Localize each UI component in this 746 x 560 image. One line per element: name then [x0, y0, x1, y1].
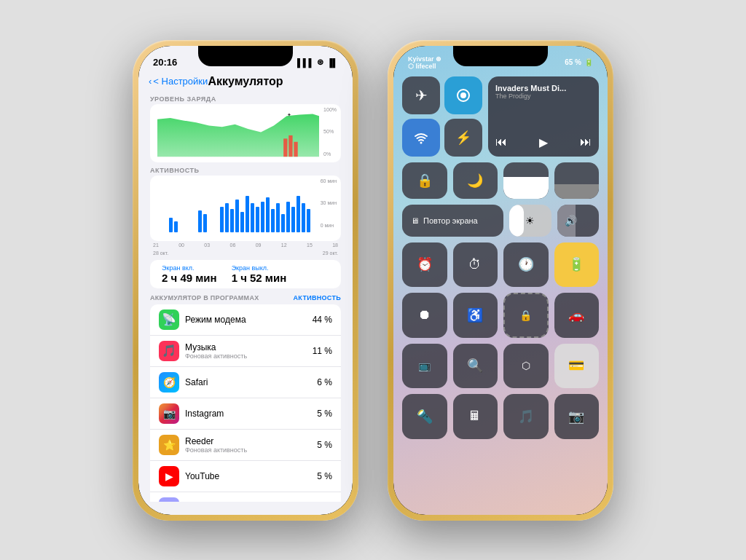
- activity-section-label: АКТИВНОСТЬ: [138, 162, 353, 176]
- camera-button[interactable]: 📷: [554, 394, 600, 439]
- svg-rect-18: [266, 197, 270, 232]
- cc-grid-row-2: ⏺ ♿ 🔒 🚗: [402, 293, 599, 338]
- battery-section-label: УРОВЕНЬ ЗАРЯДА: [138, 91, 353, 104]
- music-controls: ⏮ ▶ ⏭: [495, 135, 592, 149]
- soundwave-button[interactable]: 🎵: [503, 394, 549, 439]
- page-title: Аккумулятор: [208, 75, 283, 88]
- time-axis-labels: 21 00 03 06 09 12 15 18: [150, 241, 341, 249]
- svg-rect-21: [281, 214, 285, 232]
- cellular-icon: [455, 87, 471, 103]
- flashlight-button[interactable]: 🔦: [402, 394, 447, 439]
- screen-off-label: Экран выкл.: [232, 264, 287, 272]
- clock-button[interactable]: 🕐: [503, 242, 549, 288]
- svg-rect-22: [286, 202, 290, 232]
- control-center-screen: Kyivstar ⊛ ⬡ lifecell 65 % 🔋 ✈: [393, 46, 608, 515]
- app-info-modem: Режим модема: [185, 315, 305, 325]
- cc-grid-row-3: 📺 🔍 ⬡ 💳: [402, 344, 599, 389]
- music-artist: The Prodigy: [495, 92, 592, 100]
- list-item[interactable]: 📷 Instagram 5 %: [150, 398, 341, 430]
- qr-button[interactable]: ⬡: [503, 344, 549, 389]
- mirror-icon: 🖥: [411, 216, 419, 225]
- app-list-header: АККУМУЛЯТОР В ПРОГРАММАХ АКТИВНОСТЬ: [138, 288, 353, 304]
- calculator-button[interactable]: 🖩: [453, 394, 498, 439]
- svg-rect-12: [235, 200, 239, 232]
- app-icon-instagram: 📷: [159, 403, 179, 424]
- svg-rect-25: [302, 203, 305, 232]
- svg-rect-5: [169, 218, 173, 232]
- app-pct: 44 %: [310, 315, 332, 325]
- music-widget: Invaders Must Di... The Prodigy ⏮ ▶ ⏭: [488, 76, 599, 157]
- app-name: Музыка: [185, 342, 305, 352]
- list-item[interactable]: 📡 Режим модема 44 %: [150, 304, 341, 336]
- slider-2[interactable]: [554, 162, 600, 199]
- battery-chart-container: 100% 50% 0%: [150, 104, 341, 162]
- svg-point-28: [460, 92, 466, 98]
- apple-tv-button[interactable]: 📺: [402, 344, 447, 389]
- screen-mirror-button[interactable]: 🖥 Повтор экрана: [402, 205, 503, 237]
- screen-on-value: 2 ч 49 мин: [162, 272, 217, 284]
- nav-bar: ‹ < Настройки Аккумулятор: [138, 72, 353, 91]
- guided-access-button[interactable]: 🔒: [503, 293, 549, 338]
- list-item[interactable]: 🏠 Блокировка и «Домой» 4 %: [150, 492, 341, 502]
- volume-slider[interactable]: 🔊: [557, 205, 600, 237]
- accessibility-button[interactable]: ♿: [453, 293, 498, 338]
- status-icons: ▌▌▌ ⊛ ▐▌: [297, 58, 338, 67]
- list-item[interactable]: 🧭 Safari 6 %: [150, 367, 341, 398]
- app-icon-youtube: ▶: [159, 466, 179, 486]
- app-info-music: Музыка Фоновая активность: [185, 342, 305, 360]
- airplane-mode-button[interactable]: ✈: [402, 76, 440, 114]
- app-sub: Фоновая активность: [185, 352, 305, 360]
- app-icon-modem: 📡: [159, 309, 179, 330]
- app-sub: Фоновая активность: [185, 446, 305, 454]
- app-list-header-right: АКТИВНОСТЬ: [294, 294, 341, 301]
- wifi-icon: [414, 130, 428, 145]
- carplay-button[interactable]: 🚗: [554, 293, 600, 338]
- back-label: < Настройки: [153, 76, 208, 87]
- app-pct: 6 %: [310, 377, 332, 387]
- record-button[interactable]: ⏺: [402, 293, 447, 338]
- screen-off-stat: Экран выкл. 1 ч 52 мин: [232, 264, 287, 284]
- rotation-lock-button[interactable]: 🔒: [402, 162, 447, 199]
- svg-rect-7: [198, 210, 202, 232]
- list-item[interactable]: 🎵 Музыка Фоновая активность 11 %: [150, 336, 341, 367]
- svg-rect-14: [246, 196, 249, 232]
- svg-rect-24: [297, 196, 300, 232]
- app-name: Режим модема: [185, 315, 305, 325]
- app-name: YouTube: [185, 471, 305, 481]
- app-pct: 5 %: [310, 440, 332, 450]
- date-axis-labels: 28 окт. 29 окт.: [150, 249, 341, 257]
- cellular-button[interactable]: [444, 76, 482, 114]
- alarm-button[interactable]: ⏰: [402, 242, 447, 288]
- battery-screen: 20:16 ▌▌▌ ⊛ ▐▌ ‹ < Настройки Аккумулятор…: [138, 46, 353, 515]
- magnifier-button[interactable]: 🔍: [453, 344, 498, 389]
- prev-button[interactable]: ⏮: [495, 135, 507, 149]
- next-button[interactable]: ⏭: [580, 135, 592, 149]
- svg-point-29: [420, 141, 423, 143]
- battery-saver-button[interactable]: 🔋: [554, 242, 600, 288]
- svg-rect-2: [288, 135, 292, 156]
- list-item[interactable]: ▶ YouTube 5 %: [150, 461, 341, 492]
- cc-grid-row-1: ⏰ ⏱ 🕐 🔋: [402, 242, 599, 288]
- svg-rect-8: [203, 214, 207, 232]
- app-pct: 5 %: [310, 409, 332, 419]
- app-pct: 11 %: [310, 346, 332, 356]
- bluetooth-button[interactable]: ⚡: [444, 119, 482, 157]
- control-center: ✈: [393, 72, 608, 443]
- activity-chart-container: 60 мин 30 мин 0 мин: [150, 176, 341, 241]
- app-list: 📡 Режим модема 44 % 🎵 Музыка Фоновая акт…: [150, 304, 341, 502]
- carrier-info: Kyivstar ⊛ ⬡ lifecell: [408, 55, 441, 70]
- timer-button[interactable]: ⏱: [453, 242, 498, 288]
- content-area: УРОВЕНЬ ЗАРЯДА 100% 50% 0%: [138, 91, 353, 502]
- battery-chart-svg: ✦: [157, 110, 319, 159]
- back-button[interactable]: ‹ < Настройки: [149, 76, 208, 87]
- wifi-button[interactable]: [402, 119, 440, 157]
- do-not-disturb-button[interactable]: 🌙: [453, 162, 498, 199]
- play-button[interactable]: ▶: [539, 135, 548, 149]
- cc-mirror-row: 🖥 Повтор экрана ☀ 🔊: [402, 205, 599, 237]
- slider-1[interactable]: [503, 162, 549, 199]
- brightness-slider[interactable]: ☀: [509, 205, 551, 237]
- list-item[interactable]: ⭐ Reeder Фоновая активность 5 %: [150, 430, 341, 461]
- music-title: Invaders Must Di...: [495, 84, 592, 92]
- app-info-safari: Safari: [185, 377, 305, 387]
- wallet-button[interactable]: 💳: [554, 344, 600, 389]
